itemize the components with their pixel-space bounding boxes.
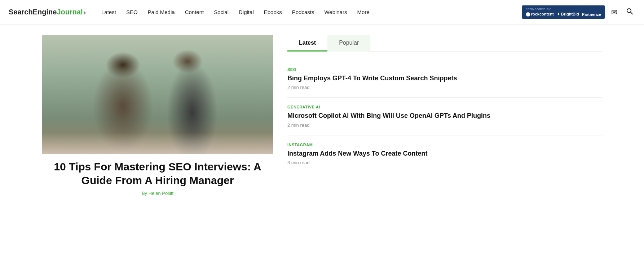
sponsor-banner: SPONSORED BY ⬤ rockcontent ✦ BrightBid P… [522, 5, 605, 19]
nav-podcasts[interactable]: Podcasts [288, 6, 319, 18]
sponsor-label: SPONSORED BY [526, 8, 551, 11]
list-item: INSTAGRAM Instagram Adds New Ways To Cre… [287, 135, 602, 173]
nav-webinars[interactable]: Webinars [320, 6, 351, 18]
article-title[interactable]: Microsoft Copilot AI With Bing Will Use … [287, 111, 602, 120]
article-read-time: 2 min read [287, 122, 602, 128]
tab-popular[interactable]: Popular [327, 35, 370, 52]
article-read-time: 2 min read [287, 85, 602, 90]
nav-content[interactable]: Content [181, 6, 208, 18]
nav-ebooks[interactable]: Ebooks [260, 6, 286, 18]
site-logo[interactable]: Search Engine Journal ® [9, 8, 85, 16]
featured-author: By Helen Pollitt [42, 191, 273, 196]
nav-digital[interactable]: Digital [234, 6, 258, 18]
article-category: SEO [287, 67, 602, 72]
list-item: SEO Bing Employs GPT-4 To Write Custom S… [287, 60, 602, 98]
tab-latest[interactable]: Latest [287, 35, 327, 52]
sponsor-rockcontent: ⬤ rockcontent [526, 12, 554, 17]
logo-text-engine: Engine [33, 8, 57, 16]
article-category: INSTAGRAM [287, 143, 602, 147]
svg-line-1 [631, 12, 633, 14]
logo-text-search: Search [9, 8, 33, 16]
sponsor-brightbid: ✦ BrightBid [557, 12, 579, 17]
site-header: Search Engine Journal ® Latest SEO Paid … [0, 0, 644, 24]
list-item: GENERATIVE AI Microsoft Copilot AI With … [287, 98, 602, 135]
article-title[interactable]: Instagram Adds New Ways To Create Conten… [287, 149, 602, 158]
logo-trademark: ® [83, 11, 85, 15]
nav-latest[interactable]: Latest [97, 6, 120, 18]
sidebar: Latest Popular SEO Bing Employs GPT-4 To… [287, 35, 602, 196]
sponsor-partnerize: Partnerize [582, 12, 601, 17]
featured-article: 10 Tips For Mastering SEO Interviews: A … [42, 35, 273, 196]
email-icon[interactable]: ✉ [609, 6, 619, 18]
sponsor-logos: ⬤ rockcontent ✦ BrightBid Partnerize [526, 12, 601, 17]
featured-image [42, 35, 273, 154]
article-read-time: 3 min read [287, 160, 602, 165]
article-list: SEO Bing Employs GPT-4 To Write Custom S… [287, 60, 602, 173]
logo-text-journal: Journal [57, 8, 83, 16]
nav-social[interactable]: Social [209, 6, 233, 18]
search-icon[interactable] [624, 6, 635, 18]
header-right: SPONSORED BY ⬤ rockcontent ✦ BrightBid P… [522, 5, 635, 19]
nav-more[interactable]: More [353, 6, 374, 18]
nav-paid-media[interactable]: Paid Media [144, 6, 179, 18]
article-category: GENERATIVE AI [287, 105, 602, 109]
featured-title: 10 Tips For Mastering SEO Interviews: A … [42, 160, 273, 187]
article-tabs: Latest Popular [287, 35, 602, 52]
nav-seo[interactable]: SEO [122, 6, 142, 18]
main-nav: Latest SEO Paid Media Content Social Dig… [97, 6, 522, 18]
article-title[interactable]: Bing Employs GPT-4 To Write Custom Searc… [287, 74, 602, 82]
main-content: 10 Tips For Mastering SEO Interviews: A … [34, 24, 610, 207]
